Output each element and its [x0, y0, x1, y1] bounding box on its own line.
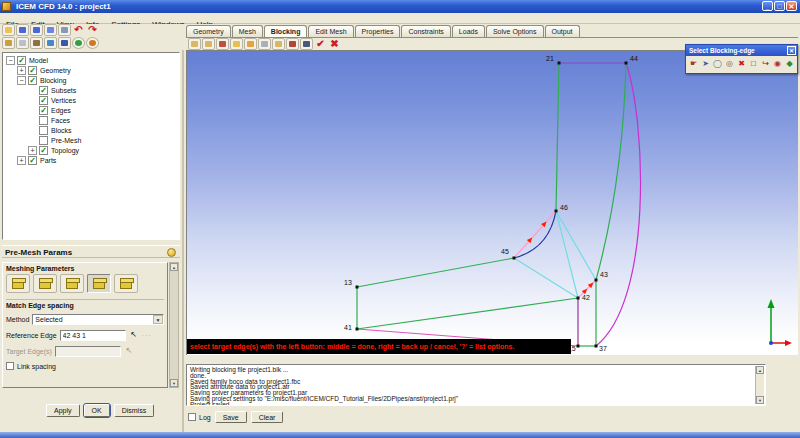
edit-block-icon[interactable] [272, 38, 285, 50]
parts-select-icon[interactable]: ◆ [784, 57, 795, 71]
match-edges-icon[interactable] [87, 274, 111, 293]
chevron-down-icon[interactable]: ▼ [153, 315, 163, 324]
maximize-button[interactable]: □ [774, 1, 785, 11]
clear-button[interactable]: Clear [251, 411, 284, 423]
scroll-up-icon[interactable]: ▲ [170, 263, 178, 271]
split-block-icon[interactable] [188, 38, 201, 50]
monitor-icon[interactable] [58, 37, 71, 49]
method-dropdown[interactable]: Selected ▼ [32, 314, 164, 325]
link-spacing-checkbox[interactable] [6, 362, 14, 370]
drawing-canvas[interactable]: 214446454342134133,537 [187, 51, 798, 355]
tree-expander-icon[interactable]: − [6, 56, 15, 65]
binocular-select-icon[interactable]: ◎ [724, 57, 735, 71]
tree-item-topology[interactable]: +✓Topology [6, 145, 179, 155]
tree-item-faces[interactable]: Faces [6, 115, 179, 125]
scale-sizes-icon[interactable] [33, 274, 57, 293]
premesh-check-icon[interactable]: ✔ [314, 38, 327, 50]
tree-checkbox[interactable]: ✓ [39, 96, 48, 105]
log-scroll-up-icon[interactable]: ▲ [756, 366, 764, 374]
log-scroll-down-icon[interactable]: ▼ [756, 396, 764, 404]
box-select-icon[interactable]: □ [748, 57, 759, 71]
log-scrollbar[interactable]: ▲ ▼ [755, 366, 764, 404]
tree-checkbox[interactable]: ✓ [28, 156, 37, 165]
edit-edge-icon[interactable] [216, 38, 229, 50]
flood-select-icon[interactable]: ↪ [760, 57, 771, 71]
globe-green-icon[interactable] [72, 37, 85, 49]
snapshot-icon[interactable] [58, 24, 71, 36]
tree-checkbox[interactable]: ✓ [28, 76, 37, 85]
graphics-viewport[interactable]: 214446454342134133,537 select target edg… [186, 50, 798, 355]
tab-output[interactable]: Output [545, 25, 580, 37]
tree-item-edges[interactable]: ✓Edges [6, 105, 179, 115]
tree-expander-icon[interactable]: + [17, 66, 26, 75]
merge-vertices-icon[interactable] [202, 38, 215, 50]
ok-button[interactable]: OK [84, 404, 110, 417]
tree-expander-icon[interactable]: + [28, 146, 37, 155]
log-checkbox[interactable] [188, 413, 196, 421]
associate-icon[interactable] [230, 38, 243, 50]
tree-item-model[interactable]: −✓Model [6, 55, 179, 65]
measure-icon[interactable] [2, 37, 15, 49]
apply-button[interactable]: Apply [46, 404, 80, 417]
deselect-all-icon[interactable]: ✖ [736, 57, 747, 71]
save-all-icon[interactable] [30, 24, 43, 36]
tree-item-vertices[interactable]: ✓Vertices [6, 95, 179, 105]
close-button[interactable]: ✕ [786, 1, 797, 11]
select-toolbar-titlebar[interactable]: Select Blocking-edge ✕ [686, 45, 797, 56]
hand-select-icon[interactable]: ☛ [688, 57, 699, 71]
sphere-select-icon[interactable]: ◉ [772, 57, 783, 71]
tab-constraints[interactable]: Constraints [401, 25, 450, 37]
close-icon[interactable]: ✕ [787, 46, 796, 55]
select-target-icon[interactable]: ↖ [123, 346, 135, 357]
title-bar[interactable]: ICEM CFD 14.0 : project1 _□✕ [0, 0, 800, 13]
select-edge-icon[interactable]: ↖ [128, 330, 140, 341]
tree-item-geometry[interactable]: +✓Geometry [6, 65, 179, 75]
binoculars-icon[interactable] [30, 37, 43, 49]
copy-params-icon[interactable] [114, 274, 138, 293]
open-folder-icon[interactable] [2, 24, 15, 36]
tree-checkbox[interactable] [39, 116, 48, 125]
index-control-icon[interactable] [300, 38, 313, 50]
minimize-button[interactable]: _ [762, 1, 773, 11]
tab-blocking[interactable]: Blocking [264, 25, 308, 37]
tree-checkbox[interactable] [39, 126, 48, 135]
dismiss-button[interactable]: Dismiss [114, 404, 155, 417]
tab-geometry[interactable]: Geometry [186, 25, 231, 37]
tree-item-blocks[interactable]: Blocks [6, 125, 179, 135]
zoom-page-icon[interactable] [16, 37, 29, 49]
fit-window-icon[interactable] [44, 37, 57, 49]
tab-edit-mesh[interactable]: Edit Mesh [308, 25, 353, 37]
panel-help-icon[interactable] [167, 248, 176, 257]
tab-loads[interactable]: Loads [452, 25, 485, 37]
periodic-icon[interactable] [286, 38, 299, 50]
tab-properties[interactable]: Properties [355, 25, 401, 37]
globe-orange-icon[interactable] [86, 37, 99, 49]
tab-solve-options[interactable]: Solve Options [486, 25, 544, 37]
edge-params-icon[interactable] [60, 274, 84, 293]
tree-checkbox[interactable] [39, 136, 48, 145]
redo-icon[interactable]: ↷ [86, 24, 99, 36]
tree-expander-icon[interactable]: + [17, 156, 26, 165]
tree-item-parts[interactable]: +✓Parts [6, 155, 179, 165]
save-icon[interactable] [16, 24, 29, 36]
arrow-select-icon[interactable]: ➤ [700, 57, 711, 71]
tree-item-pre-mesh[interactable]: Pre-Mesh [6, 135, 179, 145]
delete-block-icon[interactable]: ✖ [328, 38, 341, 50]
transform-blocks-icon[interactable] [258, 38, 271, 50]
tree-item-subsets[interactable]: ✓Subsets [6, 85, 179, 95]
tree-expander-icon[interactable]: − [17, 76, 26, 85]
update-sizes-icon[interactable] [6, 274, 30, 293]
tree-item-blocking[interactable]: −✓Blocking [6, 75, 179, 85]
params-scrollbar[interactable]: ▲ ▼ [169, 262, 179, 388]
tree-checkbox[interactable]: ✓ [17, 56, 26, 65]
reference-edge-input[interactable] [60, 330, 126, 341]
tree-checkbox[interactable]: ✓ [39, 86, 48, 95]
circle-select-icon[interactable]: ◯ [712, 57, 723, 71]
tree-checkbox[interactable]: ✓ [28, 66, 37, 75]
save-button[interactable]: Save [215, 411, 247, 423]
scroll-down-icon[interactable]: ▼ [170, 379, 178, 387]
save-as-icon[interactable] [44, 24, 57, 36]
tree-checkbox[interactable]: ✓ [39, 146, 48, 155]
tab-mesh[interactable]: Mesh [232, 25, 263, 37]
move-vertex-icon[interactable] [244, 38, 257, 50]
